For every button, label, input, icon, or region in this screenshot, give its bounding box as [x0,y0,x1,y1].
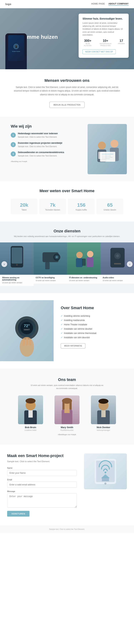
service-img-4 [101,242,134,275]
stat-big-3: 156 [72,202,90,208]
smart-title: Over Smart Home [61,306,127,310]
service-title-1: Slimme woning en automatisering [2,276,31,281]
footer: Sample text. Click to select the Text El… [0,526,134,533]
stats-section: Meer weten over Smart Home 20k Taken 7k … [0,182,134,222]
svg-point-31 [116,254,119,257]
message-label: Message [7,490,77,492]
svg-rect-54 [69,401,72,411]
more-info-button[interactable]: MEER INFORMATIE [61,343,85,348]
hero-phone: 📱 Smart Home [5,34,27,69]
stats-title: Meer weten over Smart Home [11,188,123,193]
smart-content: Over Smart Home Instelling slimme verlic… [54,300,134,361]
hero-section: 📱 Smart Home Over slimme huizen Slimmer … [0,8,134,69]
service-text-2: Ut enim ad minim veniam [36,280,65,282]
contact-subtitle: Sample text. Click to select the Text El… [7,460,77,463]
svg-rect-48 [29,410,30,418]
check-item-1: Instelling slimme verlichting [61,314,127,318]
svg-point-4 [110,140,118,148]
who-desc-3: Sample text. Click to select the Text El… [18,154,64,157]
stat-awards: 17 Prijzen [118,39,125,47]
who-desc-1: Sample text. Click to select the Text El… [18,136,58,138]
service-title-2: CCTV en beveiliging [36,276,65,279]
stat-products-label: Succesvolle producten [96,43,115,47]
member-name-2: Mary Smith [51,426,83,429]
stat-lbl-2: Tevreden klanten [44,209,62,211]
service-info-3: IT-diensten en -ondersteuning Ut enim ad… [67,275,101,284]
check-item-5: Installatie van slimme thermostaat [61,331,127,335]
stat-clients: 300+ Blije klanten [82,39,93,47]
smart-image: 72° SMART [0,300,54,361]
services-subtitle: Wij bieden een volledig assortiment aan … [0,235,134,238]
stat-card-4: 65 Unieke ideeën [96,199,123,214]
message-field-group: Message [7,490,77,508]
carousel-prev-button[interactable]: ‹ [1,261,7,267]
contact-section: Maak een Smart Home-project Sample text.… [0,444,134,526]
stat-awards-label: Prijzen [118,43,125,45]
stat-clients-label: Blije klanten [82,43,93,47]
svg-rect-61 [101,410,106,417]
svg-point-14 [16,264,18,266]
message-input[interactable] [7,493,77,508]
who-item-2: 2 Duizenden ingenieuze projecten wereldw… [11,142,82,148]
hero-card: Slimmer huis. Eenvoudiger leven. Lorem i… [79,14,129,58]
name-label: Name [7,467,77,469]
svg-point-59 [98,399,108,404]
service-text-4: Ut enim ad minim veniam [103,280,132,282]
who-item-1: 1 Hedendaags woonmodel voor iedereen Sam… [11,132,82,138]
nav-home[interactable]: HOME PAGE [91,2,105,6]
svg-point-1 [98,142,106,150]
member-role-2: Hoofdbestuurder [51,429,83,431]
svg-rect-6 [100,152,115,162]
team-cards: Bob Bruin creatieve leider [7,396,127,431]
hero-card-heading: Slimmer huis. Eenvoudiger leven. [82,17,125,20]
contact-button[interactable]: NEEM CONTACT MET ONS OP [82,49,116,54]
header: logo HOME PAGE ABOUT COMPANY [0,0,134,8]
contact-title: Maak een Smart Home-project [7,454,77,458]
team-section: Ons team Ut enim ad minim veniam, quis n… [0,368,134,444]
service-card-3: IT-diensten en -ondersteuning Ut enim ad… [67,242,101,286]
smart-checklist: Instelling slimme verlichting Instelling… [61,314,127,340]
svg-point-65 [105,472,106,473]
service-img-3 [67,242,101,275]
service-img-1 [0,242,34,275]
who-left: Wie wij zijn 1 Hedendaags woonmodel voor… [11,124,82,162]
team-member-1: Bob Bruin creatieve leider [14,396,47,431]
svg-rect-56 [64,410,70,413]
svg-rect-62 [102,410,103,417]
name-input[interactable] [7,470,77,476]
service-info-2: CCTV en beveiliging Ut enim ad minim ven… [34,275,67,284]
submit-button[interactable]: VERSTUREN [7,511,29,516]
trust-section: Mensen vertrouwen ons Sample text. Click… [0,69,134,117]
who-section: Wie wij zijn 1 Hedendaags woonmodel voor… [0,117,134,182]
service-img-2 [34,242,67,275]
who-num-1: 1 [11,132,16,138]
email-input[interactable] [7,482,77,488]
service-title-4: Audio-video [103,276,132,279]
all-products-button[interactable]: BEKIJK ALLE PRODUCTEN [50,102,85,108]
main-nav: HOME PAGE ABOUT COMPANY [91,2,129,6]
email-field-group: Email [7,478,77,488]
check-item-3: Home Theater installatie [61,322,127,327]
service-text-3: Ut enim ad minim veniam [69,280,98,282]
nav-about[interactable]: ABOUT COMPANY [108,2,129,6]
svg-rect-49 [31,410,32,418]
who-heading-3: Gebouwdiensten en consumentenelektronica [18,151,64,154]
avatar-mary [55,396,79,424]
who-title: Wie wij zijn [11,124,82,129]
member-name-3: Nick Donker [87,426,120,429]
svg-rect-0 [87,124,127,174]
svg-rect-13 [12,248,22,264]
check-item-6: Installatie van slim deurslot [61,335,127,340]
service-card-2: CCTV en beveiliging Ut enim ad minim ven… [34,242,67,286]
stat-products-num: 10+ [96,39,115,43]
member-role-1: creatieve leider [14,429,47,431]
team-member-3: Nick Donker verkoopmanager [87,396,120,431]
who-text-3: Gebouwdiensten en consumentenelektronica… [18,151,64,157]
stat-products: 10+ Succesvolle producten [96,39,115,47]
services-carousel: ‹ [0,242,134,286]
carousel-next-button[interactable]: › [127,261,133,267]
svg-rect-23 [76,258,83,267]
svg-point-19 [56,256,58,258]
stat-clients-num: 300+ [82,39,93,43]
svg-text:SMART: SMART [24,329,30,331]
